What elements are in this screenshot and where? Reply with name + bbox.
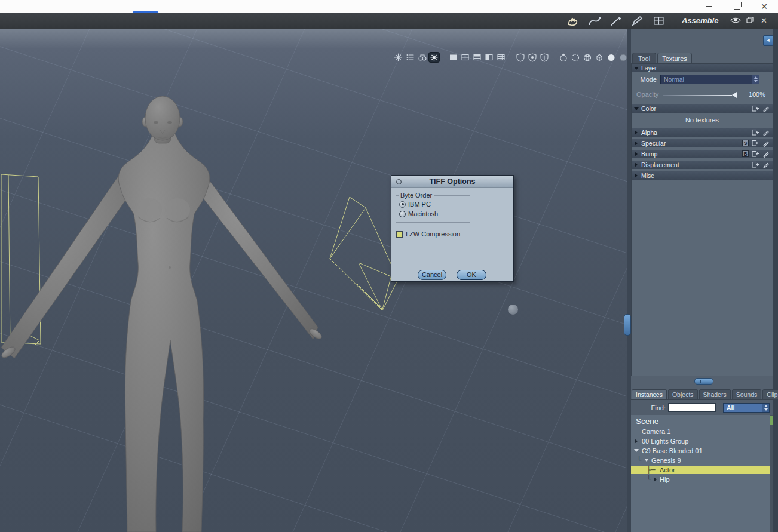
radio-button-icon[interactable] [399,201,406,208]
bump-badge: B [742,150,749,157]
misc-section-header[interactable]: Misc [632,171,773,180]
dense-grid-icon[interactable] [496,53,506,62]
snowflake-icon[interactable] [429,53,439,62]
checkbox-icon[interactable] [396,231,403,238]
layer-section-header[interactable]: Layer [632,64,773,72]
specular-badge: S [742,140,749,146]
ok-button[interactable]: OK [457,270,486,280]
edit-icon[interactable] [762,161,770,170]
tab-clips[interactable]: Clips [762,389,778,399]
tree-row-actor[interactable]: ├─ Actor [631,465,770,475]
import-icon[interactable] [752,161,759,170]
color-section-header[interactable]: Color [632,104,773,113]
chevron-down-icon[interactable] [644,459,649,462]
radio-ibm-label: IBM PC [408,201,431,208]
tree-row-camera[interactable]: Camera 1 [631,427,770,436]
restore-panel-icon[interactable] [746,16,754,27]
tree-row-hip[interactable]: └ Hip [631,475,770,484]
wand-icon[interactable] [393,53,403,62]
shield-lines-icon[interactable] [539,53,549,62]
mode-dropdown[interactable]: Normal [660,75,759,84]
cube-icon[interactable] [594,53,604,62]
panel-divider-grip[interactable] [624,314,631,336]
import-icon[interactable] [752,105,759,114]
radio-button-icon[interactable] [399,211,406,217]
texture-layers-panel: Layer Mode Normal Opacity 100% Color No … [631,63,773,376]
edit-icon[interactable] [762,129,770,138]
tab-instances[interactable]: Instances [632,389,667,399]
import-icon[interactable] [752,150,759,159]
window-edge [773,29,778,532]
scrollbar[interactable] [770,415,773,532]
split-square-icon[interactable] [484,53,494,62]
edit-icon[interactable] [762,150,770,159]
list-icon[interactable] [405,53,415,62]
tree-row-g9-base[interactable]: G9 Base Blended 01 [631,446,770,456]
chevron-right-icon[interactable] [654,477,657,482]
brush-tool-icon[interactable] [608,15,624,27]
alpha-header-label: Alpha [641,128,657,137]
shield-icon[interactable] [515,53,525,62]
close-icon[interactable]: ✕ [754,0,774,13]
grid-tool-icon[interactable] [651,15,667,27]
hand-tool-icon[interactable] [565,15,581,27]
specular-section-header[interactable]: Specular S [632,139,773,147]
grid-2x2-icon[interactable] [460,53,470,62]
tree-row-lights-group[interactable]: 00 Lights Group [631,436,770,446]
wire-sphere-icon[interactable] [582,53,592,62]
dialog-titlebar[interactable]: TIFF Options [391,176,513,188]
tree-row-genesis9[interactable]: └ Genesis 9 [631,456,770,465]
dotted-sphere-icon[interactable] [570,53,580,62]
cancel-button[interactable]: Cancel [418,270,446,280]
mode-row: Mode Normal [632,75,773,85]
pen-tool-icon[interactable] [630,15,645,27]
restore-icon[interactable] [727,0,747,13]
radio-ibm-pc[interactable]: IBM PC [399,201,431,208]
opacity-label: Opacity [636,91,658,98]
bump-section-header[interactable]: Bump B [632,150,773,158]
panel-collapse-button[interactable]: ◂ [763,35,773,46]
orbit-icon[interactable] [558,53,568,62]
tree-item-label: Camera 1 [642,427,670,436]
panel-splitter-handle[interactable] [694,378,713,385]
chevron-right-icon[interactable] [635,439,638,444]
chevron-updown-icon[interactable] [752,75,759,84]
import-icon[interactable] [752,140,759,149]
edit-icon[interactable] [762,140,770,149]
3d-viewport[interactable] [0,29,627,532]
shield-dot-icon[interactable] [527,53,537,62]
import-icon[interactable] [752,129,759,138]
tab-textures[interactable]: Textures [657,53,692,63]
find-input[interactable] [668,403,716,412]
minimize-icon[interactable] [699,0,719,13]
square-filled-icon[interactable] [448,53,458,62]
tab-sounds[interactable]: Sounds [732,389,762,399]
displacement-section-header[interactable]: Displacement [632,161,773,169]
rows-icon[interactable] [472,53,482,62]
tab-objects[interactable]: Objects [668,389,698,399]
binoculars-icon[interactable] [417,53,427,62]
chevron-down-icon[interactable] [634,449,639,452]
scene-canvas [0,29,627,532]
lzw-compression-checkbox[interactable]: LZW Compression [396,230,460,238]
chevron-updown-icon[interactable] [762,404,769,412]
opacity-value: 100% [749,91,765,98]
dark-sphere-icon[interactable] [618,53,628,62]
tab-shaders[interactable]: Shaders [699,389,731,399]
opacity-slider-track[interactable] [663,95,732,96]
bottom-tab-bar: Instances Objects Shaders Sounds Clips [632,389,778,399]
eye-icon[interactable] [730,16,741,27]
scrollbar-thumb[interactable] [770,416,773,425]
spline-tool-icon[interactable] [587,15,602,27]
edit-icon[interactable] [762,105,770,114]
scene-sphere-object[interactable] [508,305,518,315]
filter-dropdown[interactable]: All [723,403,770,413]
tree-item-label: Genesis 9 [651,456,681,465]
light-sphere-icon[interactable] [606,53,616,62]
opacity-slider-handle[interactable] [732,92,737,98]
alpha-section-header[interactable]: Alpha [632,128,773,137]
tab-tool[interactable]: Tool [632,53,656,63]
radio-macintosh[interactable]: Macintosh [399,210,438,217]
opacity-row: Opacity 100% [632,89,773,101]
close-panel-icon[interactable]: ✕ [761,16,767,25]
